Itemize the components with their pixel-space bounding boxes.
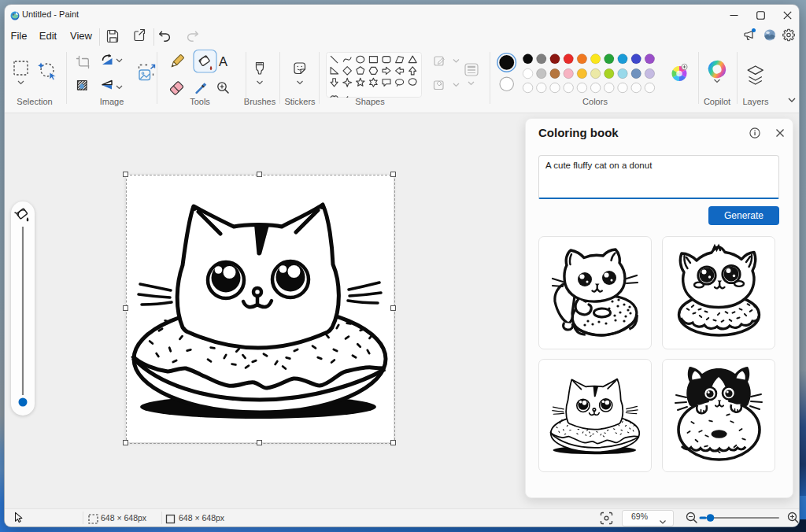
svg-text:A: A: [219, 54, 227, 68]
